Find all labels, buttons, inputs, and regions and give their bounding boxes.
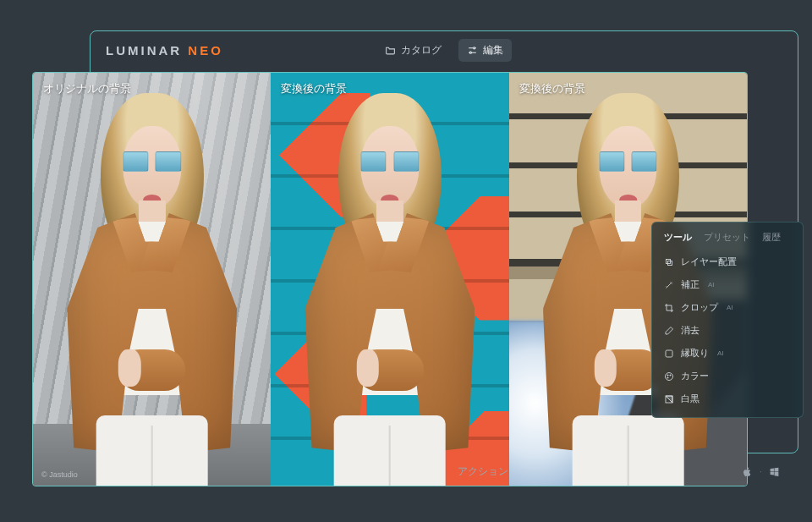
mode-tabs: カタログ 編集 [376,39,512,62]
svg-rect-2 [667,259,671,263]
panel-original: オリジナルの背景 © Jastudio [33,73,271,486]
folder-icon [385,45,396,56]
brand-logo: LUMINAR NEO [106,43,223,58]
layers-icon [664,257,674,267]
windows-icon [769,466,780,477]
panel-caption: 変換後の背景 [519,81,585,96]
tool-color[interactable]: カラー [652,365,803,387]
crop-icon [664,303,674,313]
tool-enhance[interactable]: 補正AI [652,273,803,296]
app-header: LUMINAR NEO カタログ 編集 [91,31,798,69]
palette-icon [664,371,674,382]
tools-panel: ツール プリセット 履歴 レイヤー配置 補正AI クロップAI 消去 縁取りAI… [651,222,804,418]
tab-catalog[interactable]: カタログ [376,39,450,62]
platform-badges: · [742,465,780,477]
tool-label: 白黒 [681,393,700,405]
brand-suffix: NEO [188,43,223,58]
tool-crop[interactable]: クロップAI [652,296,803,319]
tool-outline[interactable]: 縁取りAI [652,342,803,365]
ai-badge: AI [727,304,733,311]
brand-name: LUMINAR [106,43,182,58]
image-strip: オリジナルの背景 © Jastudio 変換後の背景 変換後の背景 [32,72,748,486]
tools-list: レイヤー配置 補正AI クロップAI 消去 縁取りAI カラー 白黒 [652,250,803,410]
tab-catalog-label: カタログ [401,43,442,58]
tool-label: クロップ [681,301,718,314]
tab-edit-label: 編集 [483,43,503,58]
tools-tab-presets[interactable]: プリセット [704,231,750,244]
subject [40,93,263,486]
ai-badge: AI [708,281,715,288]
sliders-icon [467,45,478,56]
ai-badge: AI [717,349,724,357]
tool-label: レイヤー配置 [681,256,737,268]
svg-point-7 [670,374,671,375]
tool-label: 消去 [681,324,700,337]
wand-icon [664,280,674,290]
tool-label: 補正 [681,278,700,291]
panel-replaced-a: 変換後の背景 [271,73,508,486]
tools-panel-tabs: ツール プリセット 履歴 [652,231,803,250]
tool-layers[interactable]: レイヤー配置 [652,250,803,273]
tools-tab-history[interactable]: 履歴 [762,231,781,244]
outline-icon [664,349,674,359]
svg-point-0 [474,47,475,48]
svg-rect-4 [666,350,672,357]
eraser-icon [664,326,674,336]
tab-edit[interactable]: 編集 [458,39,512,62]
subject [278,93,502,486]
panel-caption: 変換後の背景 [281,81,347,96]
tool-label: 縁取り [681,347,709,360]
bw-icon [664,394,674,404]
panel-caption: オリジナルの背景 [43,81,131,96]
svg-point-8 [667,376,668,377]
apple-icon [742,466,753,477]
svg-point-1 [469,52,471,53]
tool-erase[interactable]: 消去 [652,319,803,342]
tool-bw[interactable]: 白黒 [652,387,803,410]
svg-point-6 [667,374,668,375]
image-credit: © Jastudio [41,470,78,479]
tool-label: カラー [681,370,709,382]
svg-rect-3 [668,261,672,265]
svg-point-5 [666,372,673,380]
separator: · [760,465,762,477]
tools-tab-tools[interactable]: ツール [664,231,692,244]
